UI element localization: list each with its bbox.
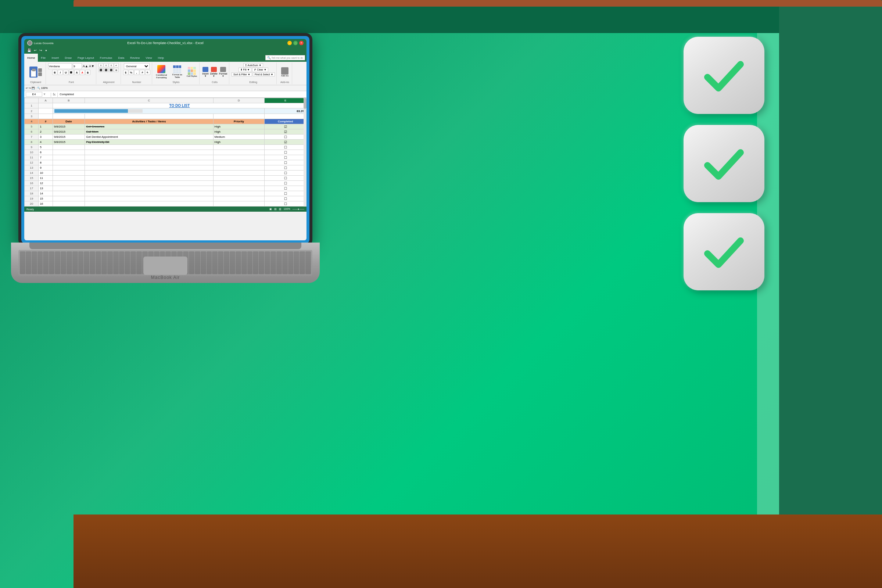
- r18-a[interactable]: 14: [39, 191, 52, 196]
- col-header-d[interactable]: D: [213, 98, 265, 103]
- r20-a[interactable]: 16: [39, 201, 52, 207]
- r3-b[interactable]: [52, 114, 84, 119]
- r18-c[interactable]: [85, 191, 213, 196]
- checkbox-8[interactable]: [284, 161, 287, 165]
- qa-save-button[interactable]: 💾: [27, 48, 32, 52]
- name-box-dropdown[interactable]: ▼: [43, 93, 46, 96]
- col-header-b[interactable]: B: [52, 98, 84, 103]
- status-page-break-view[interactable]: ▥: [279, 208, 282, 211]
- row1-completed[interactable]: [265, 124, 306, 129]
- align-top-right-button[interactable]: ≡: [109, 63, 114, 67]
- r2-a[interactable]: [39, 108, 52, 114]
- r11-e[interactable]: [265, 155, 306, 160]
- tab-home[interactable]: Home: [24, 54, 38, 62]
- r19-c[interactable]: [85, 196, 213, 201]
- r20-d[interactable]: [213, 201, 265, 207]
- checkbox-10[interactable]: [284, 172, 287, 175]
- underline-button[interactable]: U: [63, 70, 68, 75]
- r10-a[interactable]: 6: [39, 150, 52, 155]
- row3-task[interactable]: Get Dentist Appointment: [85, 135, 213, 140]
- r3-e[interactable]: [265, 114, 306, 119]
- close-button[interactable]: ✕: [299, 41, 303, 45]
- r11-d[interactable]: [213, 155, 265, 160]
- r20-b[interactable]: [52, 201, 84, 207]
- qa-undo-button[interactable]: ↩: [33, 48, 38, 52]
- col-header-e[interactable]: E: [265, 98, 306, 103]
- r15-c[interactable]: [85, 176, 213, 181]
- r12-a[interactable]: 8: [39, 160, 52, 165]
- clear-button[interactable]: ✗ Clear ▼: [252, 68, 268, 72]
- delete-dropdown[interactable]: ▼: [213, 75, 215, 77]
- r15-d[interactable]: [213, 176, 265, 181]
- r18-b[interactable]: [52, 191, 84, 196]
- r3-a[interactable]: [39, 114, 52, 119]
- r14-c[interactable]: [85, 171, 213, 176]
- autosum-button[interactable]: Σ AutoSum ▼: [243, 63, 263, 67]
- r10-d[interactable]: [213, 150, 265, 155]
- insert-dropdown[interactable]: ▼: [204, 75, 207, 77]
- col-header-c[interactable]: C: [85, 98, 213, 103]
- r13-b[interactable]: [52, 165, 84, 171]
- italic-button[interactable]: I: [58, 70, 63, 75]
- zoom-btn[interactable]: 🔍: [37, 87, 40, 90]
- r19-e[interactable]: [265, 196, 306, 201]
- r10-b[interactable]: [52, 150, 84, 155]
- r18-d[interactable]: [213, 191, 265, 196]
- find-select-button[interactable]: Find & Select ▼: [253, 72, 275, 76]
- fill-color-button[interactable]: A: [74, 70, 80, 75]
- checkbox-2[interactable]: [284, 130, 287, 134]
- checkbox-15[interactable]: [284, 197, 287, 201]
- checkbox-16[interactable]: [284, 202, 287, 206]
- r16-e[interactable]: [265, 181, 306, 186]
- r15-b[interactable]: [52, 176, 84, 181]
- format-dropdown[interactable]: ▼: [222, 75, 224, 77]
- r15-a[interactable]: 11: [39, 176, 52, 181]
- formula-input[interactable]: [60, 93, 305, 96]
- merge-center-button[interactable]: ⊞: [114, 68, 119, 72]
- font-grow-button[interactable]: A▲: [82, 64, 88, 68]
- r19-b[interactable]: [52, 196, 84, 201]
- conditional-formatting-button[interactable]: Conditional Formatting: [154, 64, 169, 80]
- tab-data[interactable]: Data: [115, 54, 127, 62]
- r16-c[interactable]: [85, 181, 213, 186]
- align-top-left-button[interactable]: ≡: [99, 63, 103, 67]
- tab-insert[interactable]: Insert: [48, 54, 62, 62]
- checkbox-7[interactable]: [284, 156, 287, 159]
- zoom-slider[interactable]: ——●——: [292, 208, 304, 211]
- row2-completed[interactable]: [265, 129, 306, 135]
- r16-b[interactable]: [52, 181, 84, 186]
- wrap-text-button[interactable]: ↵: [114, 63, 119, 67]
- qa-customize-button[interactable]: ▼: [44, 49, 48, 52]
- qa-redo-button[interactable]: ↪: [39, 48, 43, 52]
- r9-e[interactable]: [265, 145, 306, 150]
- format-cells-button[interactable]: Format ▼: [219, 66, 228, 78]
- tab-file[interactable]: File: [38, 54, 48, 62]
- strikethrough-button[interactable]: S: [85, 70, 90, 75]
- row4-task[interactable]: Pay Electricity Bill: [85, 140, 213, 145]
- r11-a[interactable]: 7: [39, 155, 52, 160]
- r13-a[interactable]: 9: [39, 165, 52, 171]
- r18-e[interactable]: [265, 191, 306, 196]
- r12-c[interactable]: [85, 160, 213, 165]
- r20-e[interactable]: [265, 201, 306, 207]
- row1-priority[interactable]: High: [213, 124, 265, 129]
- sort-filter-button[interactable]: Sort & Filter ▼: [231, 72, 252, 76]
- r10-e[interactable]: [265, 150, 306, 155]
- row1-num[interactable]: 1: [39, 124, 52, 129]
- r14-e[interactable]: [265, 171, 306, 176]
- tab-page-layout[interactable]: Page Layout: [75, 54, 97, 62]
- r14-b[interactable]: [52, 171, 84, 176]
- font-size-input[interactable]: [73, 63, 82, 69]
- checkbox-12[interactable]: [284, 182, 287, 185]
- r14-a[interactable]: 10: [39, 171, 52, 176]
- r3-d[interactable]: [213, 114, 265, 119]
- tab-draw[interactable]: Draw: [62, 54, 75, 62]
- r3-c[interactable]: [85, 114, 213, 119]
- comma-button[interactable]: ,: [134, 70, 139, 75]
- row4-completed[interactable]: [265, 140, 306, 145]
- row2-num[interactable]: 2: [39, 129, 52, 135]
- decrease-decimal-button[interactable]: 0.: [145, 70, 150, 75]
- checkbox-3[interactable]: [284, 136, 287, 139]
- row4-num[interactable]: 4: [39, 140, 52, 145]
- currency-button[interactable]: $: [123, 70, 128, 75]
